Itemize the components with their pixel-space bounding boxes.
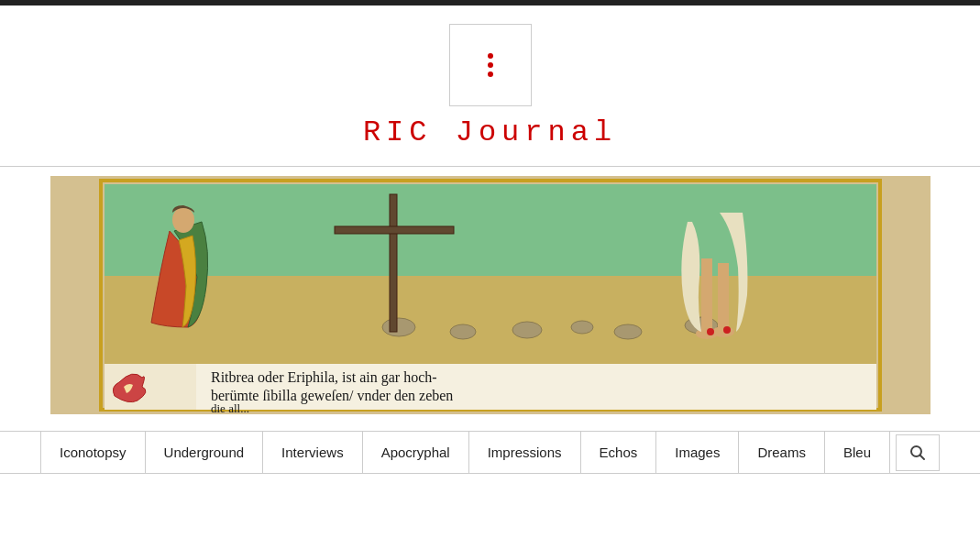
nav-item-apocryphal[interactable]: Apocryphal bbox=[363, 432, 469, 473]
nav-item-underground[interactable]: Underground bbox=[146, 432, 264, 473]
svg-rect-2 bbox=[105, 184, 876, 276]
svg-point-14 bbox=[712, 326, 734, 337]
search-button[interactable] bbox=[896, 434, 940, 471]
header-divider bbox=[0, 166, 980, 167]
svg-point-10 bbox=[172, 207, 194, 233]
svg-point-7 bbox=[571, 321, 593, 334]
nav-item-bleu[interactable]: Bleu bbox=[825, 432, 890, 473]
svg-line-25 bbox=[920, 455, 925, 459]
dot-2 bbox=[488, 62, 493, 68]
logo-box bbox=[449, 24, 532, 106]
main-image: Ritbrea oder Eriphila, ist ain gar hoch-… bbox=[50, 176, 930, 414]
svg-text:die all...: die all... bbox=[211, 401, 249, 414]
search-icon bbox=[909, 445, 926, 461]
nav-item-impressions[interactable]: Impressions bbox=[469, 432, 581, 473]
svg-rect-18 bbox=[335, 226, 454, 234]
dot-3 bbox=[488, 71, 493, 77]
svg-rect-17 bbox=[390, 194, 397, 332]
svg-text:Ritbrea oder Eriphila, ist ain: Ritbrea oder Eriphila, ist ain gar hoch- bbox=[211, 369, 437, 386]
nav-item-iconotopsy[interactable]: Iconotopsy bbox=[40, 432, 146, 473]
svg-point-8 bbox=[614, 324, 642, 339]
nav-item-dreams[interactable]: Dreams bbox=[739, 432, 825, 473]
nav-item-images[interactable]: Images bbox=[656, 432, 739, 473]
nav-bar: Iconotopsy Underground Interviews Apocry… bbox=[0, 432, 980, 474]
nav-item-interviews[interactable]: Interviews bbox=[263, 432, 363, 473]
svg-point-5 bbox=[450, 324, 476, 339]
svg-point-6 bbox=[512, 322, 542, 338]
logo-icon bbox=[488, 53, 493, 77]
svg-rect-3 bbox=[105, 276, 876, 368]
dot-1 bbox=[488, 53, 493, 59]
manuscript-illustration: Ritbrea oder Eriphila, ist ain gar hoch-… bbox=[50, 176, 930, 414]
svg-point-16 bbox=[723, 326, 731, 334]
site-title[interactable]: RIC Journal bbox=[363, 115, 617, 149]
svg-rect-12 bbox=[718, 263, 729, 332]
nav-item-echos[interactable]: Echos bbox=[581, 432, 657, 473]
svg-point-4 bbox=[382, 318, 415, 336]
site-header: RIC Journal bbox=[0, 5, 980, 176]
svg-rect-11 bbox=[701, 258, 712, 332]
svg-point-15 bbox=[707, 328, 714, 335]
